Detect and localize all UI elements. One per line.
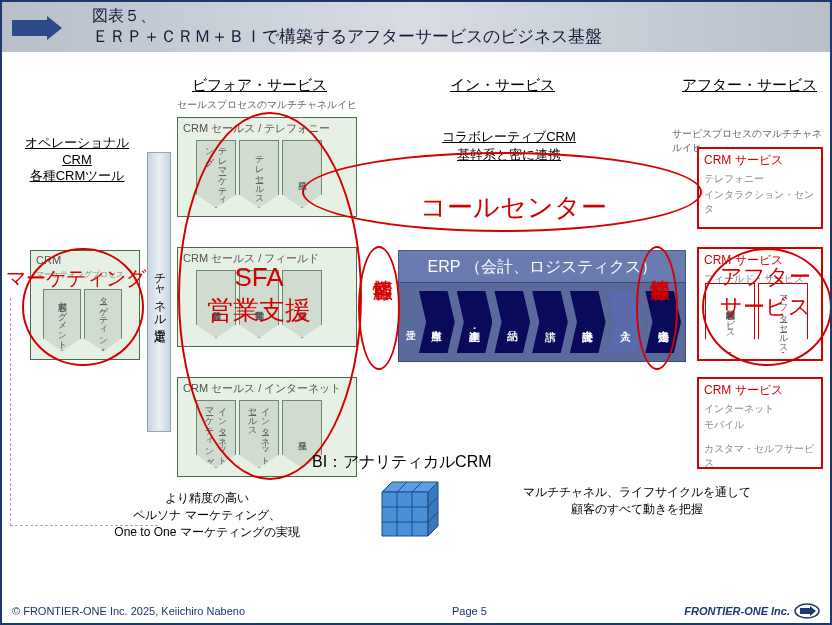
svg-marker-13 <box>800 606 816 616</box>
crm-service-internet: CRM サービス インターネット モバイル カスタマ・セルフサービス <box>697 377 823 469</box>
header-bar: 図表５、 ＥＲＰ＋ＣＲＭ＋ＢＩで構築するアフターサービスのビジネス基盤 <box>2 2 830 52</box>
diagram-canvas: ビフォア・サービス セールスプロセスのマルチチャネルイヒ イン・サービス アフタ… <box>2 52 830 592</box>
bottom-right-text: マルチチャネル、ライフサイクルを通して 顧客のすべて動きを把握 <box>512 484 762 518</box>
operational-crm-label: オペレーショナルCRM 各種CRMツール <box>12 134 142 185</box>
page-title: 図表５、 ＥＲＰ＋ＣＲＭ＋ＢＩで構築するアフターサービスのビジネス基盤 <box>92 6 602 49</box>
erp-flow: 受注 在庫引当 調達・生産 納品 請求 売掛金計上 入金 売掛金消込 <box>398 282 686 362</box>
col-in: イン・サービス <box>450 76 555 95</box>
crm-field-box: CRM セールス / フィールド 顧客登録 営業活動 見積 <box>177 247 357 347</box>
footer-page: Page 5 <box>452 605 487 617</box>
brand-arrow-icon <box>794 603 820 619</box>
footer-brand: FRONTIER-ONE Inc. <box>684 603 820 619</box>
bottom-left-text: より精度の高い ペルソナ マーケティング、 One to One マーケティング… <box>92 490 322 541</box>
col-before-sub: セールスプロセスのマルチチャネルイヒ <box>177 98 357 112</box>
footer-copyright: © FRONTIER-ONE Inc. 2025, Keiichiro Nabe… <box>12 605 245 617</box>
col-before: ビフォア・サービス <box>192 76 327 95</box>
crm-telephony-box: CRM セールス / テレフォニー テレマーケティング テレセールス 見積 <box>177 117 357 217</box>
label-callcenter: コールセンター <box>420 190 607 225</box>
svg-marker-0 <box>12 16 62 40</box>
footer: © FRONTIER-ONE Inc. 2025, Keiichiro Nabe… <box>12 603 820 619</box>
channel-bar: チャネル選定 <box>147 152 171 432</box>
bi-title: BI：アナリティカルCRM <box>312 452 492 473</box>
title-line1: 図表５、 <box>92 6 602 27</box>
title-line2: ＥＲＰ＋ＣＲＭ＋ＢＩで構築するアフターサービスのビジネス基盤 <box>92 26 602 48</box>
svg-marker-2 <box>382 492 428 536</box>
ellipse-callcenter <box>302 152 702 232</box>
erp-header: ERP （会計、ロジスティクス） <box>398 250 686 285</box>
crm-service-field: CRM サービス フィールド・サービス 継続的顧客サービス アフターセールス <box>697 247 823 361</box>
bi-cube-icon <box>370 474 450 548</box>
col-after: アフター・サービス <box>682 76 817 95</box>
header-arrow-icon <box>12 16 62 40</box>
collaborative-crm-label: コラボレーティブCRM 基幹系と密に連携 <box>434 128 584 164</box>
svg-marker-3 <box>428 482 438 536</box>
crm-service-telephony: CRM サービス テレフォニー インタラクション・センタ <box>697 147 823 229</box>
crm-marketing-box: CRM マーケティングプロセス 顧客セグメント化 ターゲティング <box>30 250 140 360</box>
ellipse-customer-left <box>358 246 400 370</box>
